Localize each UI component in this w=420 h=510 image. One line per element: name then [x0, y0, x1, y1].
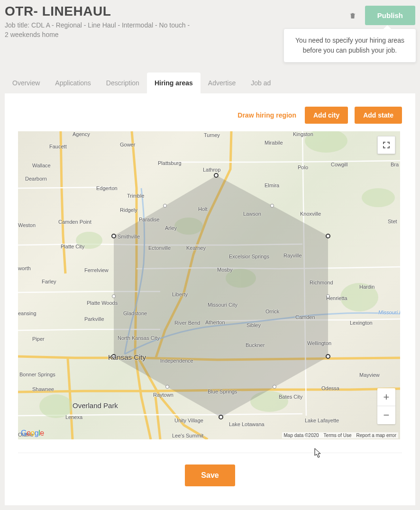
- map-label: Dearborn: [25, 176, 47, 182]
- publish-button[interactable]: Publish: [365, 6, 415, 25]
- map-label: Wellington: [307, 340, 331, 346]
- map-label: Missouri City: [208, 302, 237, 308]
- map-label: Farley: [42, 279, 56, 284]
- map-label: Platte Woods: [87, 300, 118, 306]
- tab-hiring-areas[interactable]: Hiring areas: [147, 73, 201, 93]
- map-label: Ectonville: [148, 245, 171, 251]
- map-label: Overland Park: [73, 401, 118, 410]
- add-city-button[interactable]: Add city: [305, 107, 348, 124]
- map-label: Arley: [165, 225, 177, 231]
- polygon-vertex[interactable]: [111, 234, 116, 238]
- job-subtitle: Job title: CDL A - Regional - Line Haul …: [5, 21, 194, 39]
- map[interactable]: Kansas City Overland Park Independence L…: [18, 131, 400, 439]
- polygon-midpoint[interactable]: [163, 204, 167, 208]
- map-label: Faucett: [49, 144, 67, 149]
- map-label: Liberty: [172, 291, 188, 297]
- draw-region-button[interactable]: Draw hiring region: [236, 108, 298, 123]
- map-label: River Bend: [174, 320, 200, 326]
- map-label: Holt: [198, 206, 208, 212]
- map-label: Camden Point: [58, 219, 91, 225]
- map-label: Wallace: [32, 163, 51, 168]
- map-label: Sibley: [247, 322, 261, 328]
- map-label: Piper: [32, 336, 45, 342]
- map-label: Excelsior Springs: [229, 254, 269, 259]
- map-label: Raytown: [153, 392, 173, 398]
- map-label: Bonner Springs: [19, 372, 55, 377]
- tab-overview[interactable]: Overview: [5, 73, 47, 93]
- polygon-vertex[interactable]: [219, 415, 223, 419]
- map-label: Mirabile: [265, 140, 283, 146]
- map-label: Turney: [204, 132, 220, 138]
- zoom-controls: + −: [377, 388, 395, 424]
- map-label: Kansas City: [108, 353, 146, 361]
- polygon-midpoint[interactable]: [273, 385, 276, 389]
- map-label: Lake Lafayette: [305, 418, 339, 423]
- zoom-out-button[interactable]: −: [377, 406, 395, 424]
- polygon-vertex[interactable]: [326, 354, 330, 359]
- add-state-button[interactable]: Add state: [355, 107, 402, 124]
- polygon-midpoint[interactable]: [165, 385, 169, 389]
- map-label: eansing: [18, 310, 37, 316]
- map-label: Parkville: [84, 316, 104, 322]
- map-label: Henrietta: [326, 295, 347, 301]
- map-label: Independence: [160, 358, 193, 364]
- map-label: Ferrelview: [84, 267, 109, 273]
- zoom-in-button[interactable]: +: [377, 388, 395, 406]
- map-label: Orrick: [265, 309, 279, 314]
- map-label: Smithville: [118, 234, 140, 239]
- map-label: Lawson: [243, 211, 261, 217]
- map-label: Plattsburg: [158, 160, 182, 166]
- map-label: Bates City: [279, 394, 302, 400]
- attrib-data: Map data ©2020: [284, 433, 319, 438]
- trash-icon[interactable]: [349, 11, 356, 20]
- map-label: Knoxville: [300, 211, 321, 217]
- map-label: Kearney: [186, 245, 206, 251]
- page-title: OTR- LINEHAUL: [5, 4, 349, 19]
- map-label: Missouri R: [378, 310, 400, 315]
- map-label: Cowgill: [331, 162, 347, 167]
- map-label: Mosby: [217, 267, 232, 273]
- tab-advertise[interactable]: Advertise: [201, 73, 243, 93]
- map-label: Platte City: [61, 244, 84, 249]
- tab-description[interactable]: Description: [99, 73, 147, 93]
- svg-point-5: [362, 188, 395, 207]
- map-label: Shawnee: [32, 386, 54, 392]
- map-label: Lathrop: [203, 167, 220, 173]
- map-label: Gower: [120, 142, 135, 147]
- map-label: Lake Lotawana: [229, 421, 265, 427]
- fullscreen-icon: [383, 141, 390, 149]
- map-label: Hardin: [359, 284, 374, 290]
- attrib-terms[interactable]: Terms of Use: [324, 433, 352, 438]
- map-label: Rayville: [283, 253, 302, 258]
- map-label: worth: [18, 265, 31, 271]
- save-button[interactable]: Save: [185, 464, 235, 486]
- map-label: Lenexa: [65, 414, 82, 420]
- attrib-report[interactable]: Report a map error: [356, 433, 396, 438]
- map-label: Buckner: [246, 342, 265, 348]
- publish-tooltip: You need to specify your hiring areas be…: [283, 28, 416, 63]
- map-label: Ridgely: [120, 207, 137, 213]
- tabs: Overview Applications Description Hiring…: [0, 73, 420, 93]
- map-label: Kingston: [293, 131, 313, 137]
- polygon-vertex[interactable]: [214, 173, 219, 178]
- map-label: Elmira: [265, 182, 279, 188]
- map-label: Atherton: [205, 319, 225, 325]
- map-label: Unity Village: [174, 418, 203, 423]
- polygon-vertex[interactable]: [326, 234, 330, 238]
- map-label: Camden: [295, 314, 315, 320]
- map-attribution: Map data ©2020 Terms of Use Report a map…: [282, 432, 398, 438]
- tab-applications[interactable]: Applications: [47, 73, 99, 93]
- polygon-midpoint[interactable]: [112, 294, 116, 298]
- polygon-midpoint[interactable]: [270, 204, 274, 208]
- map-label: Lexington: [350, 320, 373, 326]
- hiring-areas-panel: Draw hiring region Add city Add state: [5, 93, 415, 505]
- map-label: Blue Springs: [208, 389, 237, 394]
- map-label: Stet: [388, 219, 397, 224]
- google-logo: Google: [21, 429, 44, 437]
- map-label: Gladstone: [123, 310, 147, 316]
- map-label: Mayview: [359, 372, 380, 378]
- tab-job-ad[interactable]: Job ad: [243, 73, 278, 93]
- map-label: Trimble: [127, 193, 144, 199]
- map-label: Paradise: [139, 217, 159, 222]
- fullscreen-button[interactable]: [377, 136, 395, 154]
